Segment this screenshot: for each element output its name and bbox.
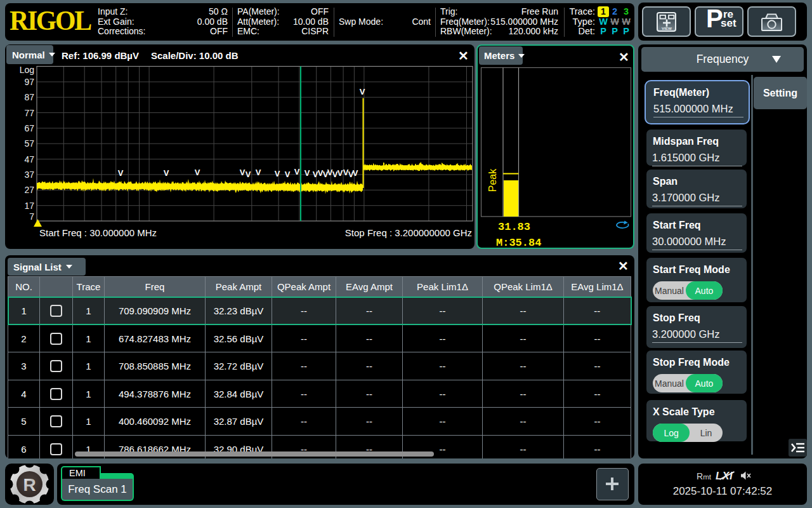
- svg-text:37: 37: [24, 170, 34, 180]
- svg-text:VIEW: VIEW: [662, 26, 672, 30]
- svg-text:V: V: [195, 168, 200, 177]
- svg-text:97: 97: [24, 77, 34, 87]
- svg-text:V: V: [164, 168, 169, 178]
- svg-text:7: 7: [29, 211, 34, 222]
- svg-text:Log: Log: [20, 65, 34, 75]
- svg-text:V: V: [360, 87, 365, 97]
- svg-text:V: V: [285, 170, 291, 179]
- svg-text:V: V: [294, 167, 300, 177]
- svg-text:87: 87: [24, 92, 34, 102]
- svg-text:V: V: [304, 168, 310, 178]
- svg-text:V: V: [256, 168, 261, 177]
- svg-text:Peak: Peak: [487, 168, 498, 192]
- svg-text:27: 27: [24, 185, 34, 195]
- svg-text:V: V: [118, 168, 124, 178]
- svg-text:V: V: [246, 170, 251, 179]
- svg-text:R: R: [23, 475, 36, 495]
- svg-text:47: 47: [24, 154, 34, 164]
- svg-text:V: V: [240, 168, 246, 177]
- svg-text:77: 77: [24, 108, 34, 118]
- svg-text:31.83: 31.83: [498, 221, 530, 233]
- svg-text:57: 57: [24, 138, 34, 149]
- svg-text:V: V: [353, 168, 358, 178]
- svg-text:67: 67: [24, 123, 34, 133]
- svg-text:V: V: [275, 169, 280, 178]
- svg-text:17: 17: [24, 201, 34, 211]
- svg-text:V: V: [337, 168, 343, 178]
- svg-text:M:35.84: M:35.84: [496, 237, 541, 247]
